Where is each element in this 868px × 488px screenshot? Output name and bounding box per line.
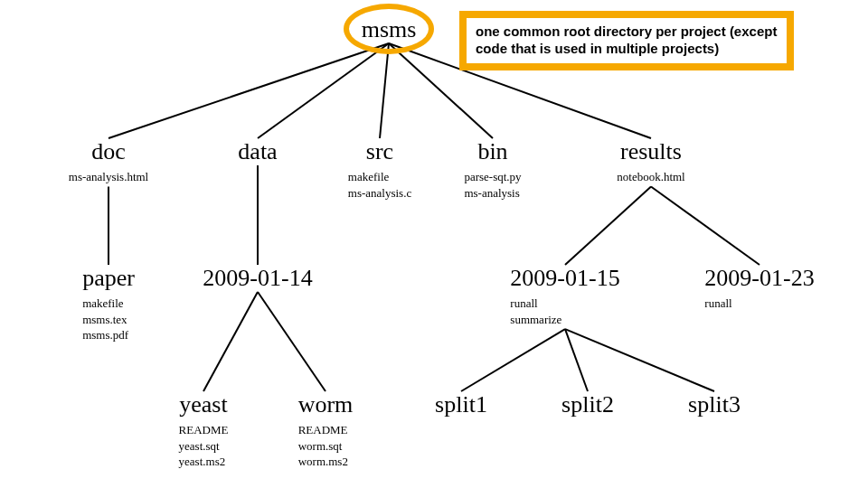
node-data-label: data	[238, 140, 277, 164]
file-entry: yeast.sqt	[179, 438, 229, 455]
file-entry: msms.pdf	[82, 327, 135, 343]
file-entry: worm.ms2	[298, 454, 354, 470]
svg-line-2	[380, 43, 389, 138]
node-yeast: yeast READMEyeast.sqtyeast.ms2	[179, 393, 229, 470]
node-paper: paper makefilemsms.texmsms.pdf	[82, 267, 135, 343]
node-yeast-label: yeast	[179, 393, 229, 417]
node-results: results notebook.html	[617, 140, 684, 185]
svg-line-11	[461, 329, 565, 391]
node-results-label: results	[617, 140, 684, 164]
node-data: data	[238, 140, 277, 164]
file-entry: notebook.html	[617, 169, 684, 185]
callout-text: one common root directory per project (e…	[467, 18, 787, 63]
svg-line-12	[565, 329, 588, 391]
svg-line-13	[565, 329, 714, 391]
file-entry: msms.tex	[82, 312, 135, 328]
node-2009-01-23-files: runall	[704, 296, 814, 312]
file-entry: README	[179, 422, 229, 438]
svg-line-8	[258, 292, 326, 391]
file-entry: README	[298, 422, 354, 438]
file-entry: parse-sqt.py	[464, 169, 521, 185]
node-doc-label: doc	[69, 140, 148, 164]
file-entry: makefile	[348, 169, 411, 185]
node-doc: doc ms-analysis.html	[69, 140, 148, 185]
node-yeast-files: READMEyeast.sqtyeast.ms2	[179, 422, 229, 470]
node-root: msms	[362, 18, 417, 42]
svg-line-1	[258, 43, 389, 138]
callout-box: one common root directory per project (e…	[459, 11, 794, 70]
node-2009-01-14: 2009-01-14	[203, 267, 312, 290]
node-split1-label: split1	[435, 393, 487, 417]
diagram-stage: one common root directory per project (e…	[0, 0, 868, 488]
node-worm-label: worm	[298, 393, 354, 417]
node-src-label: src	[348, 140, 411, 164]
file-entry: ms-analysis.html	[69, 169, 148, 185]
node-2009-01-15: 2009-01-15 runallsummarize	[510, 267, 619, 327]
file-entry: yeast.ms2	[179, 454, 229, 470]
node-root-label: msms	[362, 18, 417, 42]
node-2009-01-15-label: 2009-01-15	[510, 267, 619, 290]
node-split3: split3	[688, 393, 741, 417]
node-2009-01-15-files: runallsummarize	[510, 296, 619, 327]
node-bin: bin parse-sqt.pyms-analysis	[464, 140, 521, 201]
file-entry: ms-analysis	[464, 185, 521, 202]
node-2009-01-14-label: 2009-01-14	[203, 267, 312, 290]
svg-line-9	[565, 187, 651, 265]
svg-line-7	[203, 292, 258, 391]
file-entry: runall	[704, 296, 814, 312]
file-entry: makefile	[82, 296, 135, 312]
node-doc-files: ms-analysis.html	[69, 169, 148, 185]
svg-line-10	[651, 187, 760, 265]
node-split3-label: split3	[688, 393, 741, 417]
node-worm-files: READMEworm.sqtworm.ms2	[298, 422, 354, 470]
node-split2-label: split2	[561, 393, 614, 417]
file-entry: summarize	[510, 312, 619, 328]
node-src-files: makefilems-analysis.c	[348, 169, 411, 201]
file-entry: ms-analysis.c	[348, 185, 411, 202]
node-2009-01-23-label: 2009-01-23	[704, 267, 814, 290]
node-results-files: notebook.html	[617, 169, 684, 185]
file-entry: worm.sqt	[298, 438, 354, 455]
node-split2: split2	[561, 393, 614, 417]
node-split1: split1	[435, 393, 487, 417]
file-entry: runall	[510, 296, 619, 312]
node-paper-files: makefilemsms.texmsms.pdf	[82, 296, 135, 343]
node-worm: worm READMEworm.sqtworm.ms2	[298, 393, 354, 470]
svg-line-0	[108, 43, 389, 138]
node-paper-label: paper	[82, 267, 135, 290]
node-src: src makefilems-analysis.c	[348, 140, 411, 201]
node-2009-01-23: 2009-01-23 runall	[704, 267, 814, 312]
node-bin-label: bin	[464, 140, 521, 164]
node-bin-files: parse-sqt.pyms-analysis	[464, 169, 521, 201]
